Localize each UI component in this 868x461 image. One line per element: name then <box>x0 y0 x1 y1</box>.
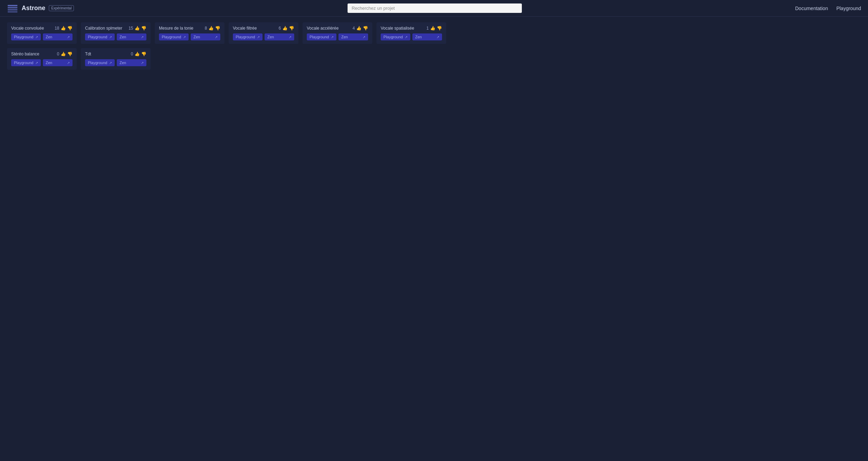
app-name-label: Astrone <box>22 5 45 12</box>
external-link-icon: ↗ <box>183 35 186 39</box>
project-link-zen[interactable]: Zen↗ <box>191 33 220 40</box>
external-link-icon: ↗ <box>363 35 365 39</box>
thumbs-up-icon[interactable]: 👍 <box>208 26 214 31</box>
project-card-header: Vocale convoluée18👍👎 <box>11 26 73 31</box>
stat-count: 0 <box>131 52 133 56</box>
link-label: Zen <box>120 35 126 39</box>
project-links: Playground↗Zen↗ <box>159 33 220 40</box>
header-nav: Documentation Playground <box>795 6 861 11</box>
link-label: Zen <box>193 35 200 39</box>
project-stats: 15👍👎 <box>129 26 146 31</box>
thumbs-down-icon[interactable]: 👎 <box>215 26 220 31</box>
experimental-badge: Expérimental <box>49 5 74 11</box>
thumbs-up-icon[interactable]: 👍 <box>356 26 361 31</box>
project-links: Playground↗Zen↗ <box>307 33 368 40</box>
link-label: Playground <box>14 35 33 39</box>
stat-count: 15 <box>129 26 133 31</box>
projects-row-2: Stéréo balance0👍👎Playground↗Zen↗Tdt0👍👎Pl… <box>7 48 861 70</box>
thumbs-down-icon[interactable]: 👎 <box>67 26 73 31</box>
link-label: Playground <box>14 61 33 65</box>
search-input[interactable] <box>348 3 522 13</box>
thumbs-up-icon[interactable]: 👍 <box>282 26 288 31</box>
project-link-playground[interactable]: Playground↗ <box>233 33 262 40</box>
external-link-icon: ↗ <box>257 35 260 39</box>
project-link-playground[interactable]: Playground↗ <box>307 33 336 40</box>
external-link-icon: ↗ <box>67 35 70 39</box>
external-link-icon: ↗ <box>331 35 334 39</box>
link-label: Zen <box>46 61 52 65</box>
link-label: Zen <box>341 35 348 39</box>
external-link-icon: ↗ <box>67 61 70 65</box>
project-link-playground[interactable]: Playground↗ <box>85 59 115 66</box>
project-links: Playground↗Zen↗ <box>85 59 146 66</box>
project-link-zen[interactable]: Zen↗ <box>43 33 73 40</box>
link-label: Zen <box>415 35 422 39</box>
project-link-zen[interactable]: Zen↗ <box>265 33 294 40</box>
project-card-header: Vocale spatialisée1👍👎 <box>381 26 442 31</box>
playground-link[interactable]: Playground <box>836 6 861 11</box>
external-link-icon: ↗ <box>141 35 144 39</box>
svg-rect-3 <box>8 11 17 13</box>
svg-rect-2 <box>8 9 17 10</box>
header-brand: Astrone Expérimental <box>7 3 74 14</box>
thumbs-down-icon[interactable]: 👎 <box>437 26 442 31</box>
thumbs-up-icon[interactable]: 👍 <box>430 26 435 31</box>
main-header: Astrone Expérimental Documentation Playg… <box>0 0 868 17</box>
project-links: Playground↗Zen↗ <box>381 33 442 40</box>
project-card-vocale-spatialisee: Vocale spatialisée1👍👎Playground↗Zen↗ <box>376 22 446 44</box>
project-card-header: Calibration splmeter15👍👎 <box>85 26 146 31</box>
link-label: Playground <box>310 35 329 39</box>
external-link-icon: ↗ <box>141 61 144 65</box>
thumbs-up-icon[interactable]: 👍 <box>61 52 66 56</box>
thumbs-up-icon[interactable]: 👍 <box>61 26 66 31</box>
app-logo <box>7 3 18 14</box>
project-card-header: Tdt0👍👎 <box>85 52 146 56</box>
project-stats: 0👍👎 <box>57 52 73 56</box>
external-link-icon: ↗ <box>109 61 112 65</box>
project-link-zen[interactable]: Zen↗ <box>338 33 368 40</box>
project-name: Vocale accélérée <box>307 26 350 31</box>
thumbs-down-icon[interactable]: 👎 <box>363 26 368 31</box>
project-card-header: Mesure de la tonie8👍👎 <box>159 26 220 31</box>
project-link-zen[interactable]: Zen↗ <box>43 59 73 66</box>
project-name: Calibration splmeter <box>85 26 127 31</box>
project-link-zen[interactable]: Zen↗ <box>412 33 442 40</box>
link-label: Playground <box>162 35 181 39</box>
thumbs-up-icon[interactable]: 👍 <box>135 26 140 31</box>
external-link-icon: ↗ <box>405 35 408 39</box>
project-links: Playground↗Zen↗ <box>11 33 73 40</box>
project-name: Vocale filtrée <box>233 26 276 31</box>
project-card-vocale-acceleree: Vocale accélérée4👍👎Playground↗Zen↗ <box>303 22 372 44</box>
project-card-calibration-splmeter: Calibration splmeter15👍👎Playground↗Zen↗ <box>81 22 151 44</box>
link-label: Playground <box>88 61 107 65</box>
thumbs-up-icon[interactable]: 👍 <box>135 52 140 56</box>
link-label: Zen <box>120 61 126 65</box>
project-name: Tdt <box>85 52 129 56</box>
link-label: Playground <box>383 35 403 39</box>
svg-rect-0 <box>8 5 17 6</box>
thumbs-down-icon[interactable]: 👎 <box>141 52 146 56</box>
project-link-playground[interactable]: Playground↗ <box>85 33 115 40</box>
project-link-playground[interactable]: Playground↗ <box>381 33 410 40</box>
project-link-zen[interactable]: Zen↗ <box>117 33 146 40</box>
project-link-playground[interactable]: Playground↗ <box>11 59 41 66</box>
stat-count: 18 <box>55 26 59 31</box>
project-card-tdt: Tdt0👍👎Playground↗Zen↗ <box>81 48 151 70</box>
link-label: Playground <box>236 35 255 39</box>
project-links: Playground↗Zen↗ <box>11 59 73 66</box>
thumbs-down-icon[interactable]: 👎 <box>67 52 73 56</box>
project-links: Playground↗Zen↗ <box>233 33 294 40</box>
project-name: Vocale convoluée <box>11 26 53 31</box>
external-link-icon: ↗ <box>436 35 439 39</box>
project-card-mesure-de-la-tonie: Mesure de la tonie8👍👎Playground↗Zen↗ <box>155 22 224 44</box>
thumbs-down-icon[interactable]: 👎 <box>141 26 146 31</box>
documentation-link[interactable]: Documentation <box>795 6 828 11</box>
project-link-zen[interactable]: Zen↗ <box>117 59 146 66</box>
project-link-playground[interactable]: Playground↗ <box>159 33 189 40</box>
svg-rect-1 <box>8 7 17 8</box>
thumbs-down-icon[interactable]: 👎 <box>289 26 294 31</box>
project-card-header: Vocale filtrée6👍👎 <box>233 26 294 31</box>
link-label: Zen <box>46 35 52 39</box>
project-name: Vocale spatialisée <box>381 26 424 31</box>
project-link-playground[interactable]: Playground↗ <box>11 33 41 40</box>
